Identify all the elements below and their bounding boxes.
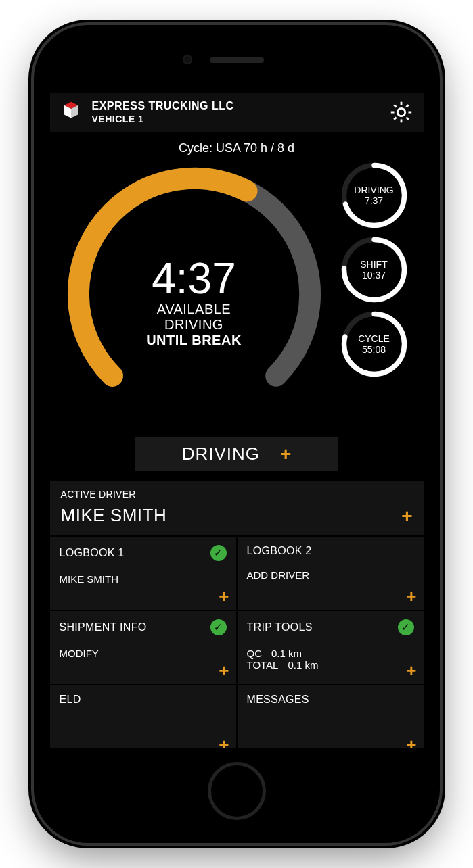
available-time: 4:37: [152, 257, 236, 300]
plus-icon: +: [406, 735, 416, 748]
plus-icon: +: [406, 586, 416, 607]
settings-gear-icon[interactable]: [388, 99, 414, 125]
mini-gauge-shift[interactable]: SHIFT 10:37: [338, 234, 410, 306]
tile-eld[interactable]: ELD +: [50, 685, 236, 748]
phone-speaker: [210, 57, 264, 63]
plus-icon: +: [401, 507, 412, 526]
main-gauge-center: 4:37 AVAILABLE DRIVING UNTIL BREAK: [60, 160, 329, 431]
check-icon: ✓: [210, 619, 227, 635]
vehicle-name: VEHICLE 1: [92, 114, 379, 124]
company-name: EXPRESS TRUCKING LLC: [92, 100, 379, 112]
tile-trip-tools[interactable]: TRIP TOOLS ✓ QC 0.1 km TOTAL 0.1 km +: [238, 611, 424, 684]
plus-icon: +: [219, 586, 229, 607]
app-screen: EXPRESS TRUCKING LLC VEHICLE 1 Cycle: US…: [50, 93, 424, 748]
gauge-row: 4:37 AVAILABLE DRIVING UNTIL BREAK: [60, 160, 414, 431]
main-gauge[interactable]: 4:37 AVAILABLE DRIVING UNTIL BREAK: [60, 160, 329, 431]
tile-logbook1[interactable]: LOGBOOK 1 ✓ MIKE SMITH +: [50, 537, 236, 610]
duty-status-label: DRIVING: [182, 443, 260, 464]
check-icon: ✓: [210, 545, 227, 561]
active-driver-block[interactable]: ACTIVE DRIVER MIKE SMITH +: [50, 481, 424, 535]
tile-grid: LOGBOOK 1 ✓ MIKE SMITH + LOGBOOK 2 ADD D…: [50, 537, 424, 748]
phone-camera: [183, 55, 192, 64]
duty-status-button[interactable]: DRIVING +: [135, 437, 338, 471]
mini-gauge-driving[interactable]: DRIVING 7:37: [338, 160, 410, 231]
dashboard: Cycle: USA 70 h / 8 d 4:37 AVAILABLE DRI…: [50, 132, 424, 481]
tile-logbook2[interactable]: LOGBOOK 2 ADD DRIVER +: [238, 537, 424, 610]
tile-messages[interactable]: MESSAGES +: [238, 685, 424, 748]
cycle-label: Cycle: USA 70 h / 8 d: [60, 141, 414, 155]
main-gauge-caption: AVAILABLE DRIVING UNTIL BREAK: [146, 302, 242, 348]
plus-icon: +: [406, 660, 416, 681]
app-header: EXPRESS TRUCKING LLC VEHICLE 1: [50, 93, 424, 132]
plus-icon: +: [219, 660, 229, 681]
tile-shipment-info[interactable]: SHIPMENT INFO ✓ MODIFY +: [50, 611, 236, 684]
phone-frame: EXPRESS TRUCKING LLC VEHICLE 1 Cycle: US…: [34, 25, 440, 843]
company-logo-icon: [60, 101, 83, 124]
active-driver-label: ACTIVE DRIVER: [61, 489, 167, 500]
active-driver-name: MIKE SMITH: [61, 505, 167, 526]
plus-icon: +: [280, 445, 291, 464]
svg-point-3: [397, 108, 405, 116]
plus-icon: +: [219, 735, 229, 748]
header-text: EXPRESS TRUCKING LLC VEHICLE 1: [92, 100, 379, 124]
home-button[interactable]: [208, 762, 266, 820]
mini-gauge-column: DRIVING 7:37 SHIFT 10:37: [338, 160, 414, 431]
check-icon: ✓: [398, 619, 414, 635]
mini-gauge-cycle[interactable]: CYCLE 55:08: [338, 308, 410, 380]
